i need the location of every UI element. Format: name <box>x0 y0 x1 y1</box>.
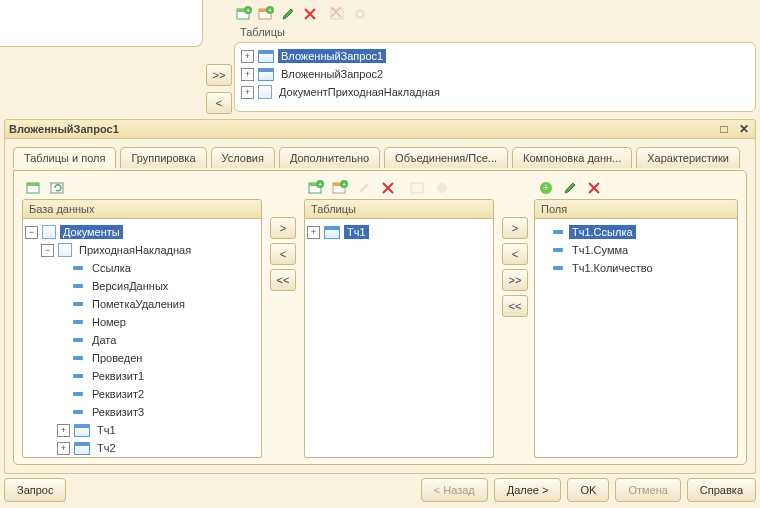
tree-node[interactable]: +Тч1 <box>25 421 259 439</box>
svg-rect-12 <box>27 183 39 186</box>
field-icon <box>73 338 83 342</box>
tables-toolbar: + + <box>304 177 494 199</box>
field-icon <box>553 266 563 270</box>
move-right-all-button[interactable]: >> <box>502 269 528 291</box>
tab-characteristics[interactable]: Характеристики <box>636 147 740 168</box>
item-label: Тч1 <box>344 225 369 239</box>
field-label: Дата <box>89 333 119 347</box>
field-icon <box>553 248 563 252</box>
maximize-icon[interactable]: □ <box>717 122 731 136</box>
field-label: Проведен <box>89 351 145 365</box>
move-right-button[interactable]: > <box>270 217 296 239</box>
tree-node[interactable]: − ПриходнаяНакладная <box>25 241 259 259</box>
field-label: ПометкаУдаления <box>89 297 188 311</box>
field-icon <box>553 230 563 234</box>
db-tree[interactable]: − Документы − ПриходнаяНакладная Ссылка … <box>22 219 262 458</box>
field-label: Реквизит2 <box>89 387 147 401</box>
field-icon <box>73 284 83 288</box>
ok-button[interactable]: OK <box>567 478 609 502</box>
field-icon <box>73 356 83 360</box>
tree-node-label: ВложенныйЗапрос2 <box>278 67 386 81</box>
svg-text:+: + <box>268 6 273 15</box>
add-field-icon[interactable]: + <box>536 178 556 198</box>
tree-node[interactable]: Реквизит2 <box>25 385 259 403</box>
svg-text:+: + <box>342 180 347 189</box>
move-left-button[interactable]: < <box>270 243 296 265</box>
tree-node[interactable]: Ссылка <box>25 259 259 277</box>
collapse-icon[interactable]: − <box>25 226 38 239</box>
svg-text:+: + <box>318 180 323 189</box>
tables-move-buttons: > < << <box>270 217 296 291</box>
next-button[interactable]: Далее > <box>494 478 562 502</box>
move-left-button[interactable]: < <box>206 92 232 114</box>
panel-title-text: ВложенныйЗапрос1 <box>9 123 119 135</box>
new-query-icon[interactable] <box>24 178 44 198</box>
tab-additional[interactable]: Дополнительно <box>279 147 380 168</box>
field-icon <box>73 320 83 324</box>
move-left-all-button[interactable]: << <box>502 295 528 317</box>
tab-layout[interactable]: Компоновка данн... <box>512 147 632 168</box>
top-tables-tree[interactable]: + ВложенныйЗапрос1 + ВложенныйЗапрос2 + … <box>234 42 756 112</box>
tree-node[interactable]: ВерсияДанных <box>25 277 259 295</box>
tree-node[interactable]: Дата <box>25 331 259 349</box>
table-row[interactable]: + ВложенныйЗапрос2 <box>241 65 749 83</box>
tab-tables-fields[interactable]: Таблицы и поля <box>13 147 116 168</box>
query-button[interactable]: Запрос <box>4 478 66 502</box>
tree-node[interactable]: +Тч2 <box>25 439 259 457</box>
svg-point-23 <box>437 183 447 193</box>
expand-icon[interactable]: + <box>241 68 254 81</box>
expand-icon[interactable]: + <box>57 424 70 437</box>
delete-icon[interactable] <box>300 4 320 24</box>
svg-text:+: + <box>543 182 549 193</box>
field-label: Тч1.Количество <box>569 261 656 275</box>
move-left-all-button[interactable]: << <box>270 269 296 291</box>
tree-node-label: ВложенныйЗапрос1 <box>278 49 386 63</box>
tree-node-label: ПриходнаяНакладная <box>76 243 194 257</box>
catalog-icon <box>42 225 56 239</box>
expand-icon[interactable]: + <box>241 50 254 63</box>
field-label: Ссылка <box>89 261 134 275</box>
add-nested-icon[interactable]: + <box>256 4 276 24</box>
list-item[interactable]: + Тч1 <box>307 223 491 241</box>
move-right-button[interactable]: > <box>502 217 528 239</box>
tab-grouping[interactable]: Группировка <box>120 147 206 168</box>
add-table-icon[interactable]: + <box>234 4 254 24</box>
tree-node[interactable]: − Документы <box>25 223 259 241</box>
close-icon[interactable]: ✕ <box>737 122 751 136</box>
field-label: ВерсияДанных <box>89 279 171 293</box>
tables-list[interactable]: + Тч1 <box>304 219 494 458</box>
tpart-label: Тч1 <box>94 423 119 437</box>
tab-unions[interactable]: Объединения/Псе... <box>384 147 508 168</box>
tree-node[interactable]: Номер <box>25 313 259 331</box>
edit-field-icon[interactable] <box>560 178 580 198</box>
tree-node[interactable]: Проведен <box>25 349 259 367</box>
panel-titlebar: ВложенныйЗапрос1 □ ✕ <box>4 119 756 139</box>
svg-point-10 <box>358 12 362 16</box>
table-row[interactable]: + ВложенныйЗапрос1 <box>241 47 749 65</box>
move-right2-button[interactable]: >> <box>206 64 232 86</box>
field-label: Реквизит1 <box>89 369 147 383</box>
tree-node[interactable]: Реквизит1 <box>25 367 259 385</box>
collapse-icon[interactable]: − <box>41 244 54 257</box>
tree-node[interactable]: ПометкаУдаления <box>25 295 259 313</box>
edit-icon[interactable] <box>278 4 298 24</box>
replace-table-icon <box>328 4 348 24</box>
refresh-icon[interactable] <box>48 178 68 198</box>
add-nested-icon[interactable]: + <box>330 178 350 198</box>
tab-conditions[interactable]: Условия <box>211 147 275 168</box>
list-item[interactable]: Тч1.Сумма <box>537 241 735 259</box>
add-table-icon[interactable]: + <box>306 178 326 198</box>
help-button[interactable]: Справка <box>687 478 756 502</box>
move-left-button[interactable]: < <box>502 243 528 265</box>
expand-icon[interactable]: + <box>307 226 320 239</box>
tree-node[interactable]: Реквизит3 <box>25 403 259 421</box>
list-item[interactable]: Тч1.Количество <box>537 259 735 277</box>
fields-list[interactable]: Тч1.Ссылка Тч1.Сумма Тч1.Количество <box>534 219 738 458</box>
expand-icon[interactable]: + <box>241 86 254 99</box>
table-row[interactable]: + ДокументПриходнаяНакладная <box>241 83 749 101</box>
list-item[interactable]: Тч1.Ссылка <box>537 223 735 241</box>
delete-icon[interactable] <box>378 178 398 198</box>
footer-bar: Запрос < Назад Далее > OK Отмена Справка <box>4 478 756 502</box>
expand-icon[interactable]: + <box>57 442 70 455</box>
delete-field-icon[interactable] <box>584 178 604 198</box>
